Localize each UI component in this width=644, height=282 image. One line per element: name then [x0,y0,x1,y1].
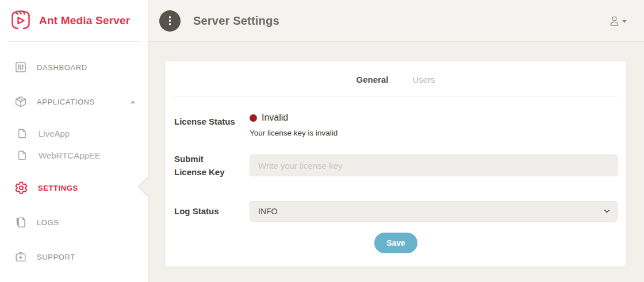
license-key-input[interactable] [250,154,618,176]
sidebar-item-applications[interactable]: APPLICATIONS [0,84,148,119]
status-dot-icon [250,114,257,122]
sidebar-item-webrtcappee[interactable]: WebRTCAppEE [0,144,148,166]
sidebar-item-label: APPLICATIONS [37,98,95,106]
sidebar: Ant Media Server DASHBOARD [0,0,148,282]
sidebar-item-liveapp[interactable]: LiveApp [0,122,148,144]
sidebar-item-label: SUPPORT [37,253,75,261]
gear-icon [14,181,28,195]
sliders-icon [14,61,27,74]
first-aid-kit-icon [14,250,27,263]
file-icon [17,150,28,161]
brand-logo[interactable]: Ant Media Server [0,0,148,41]
license-status-row: License Status Invalid Your license key … [174,113,618,137]
sidebar-item-support[interactable]: SUPPORT [0,239,148,274]
tab-general[interactable]: General [356,75,388,84]
content: General Users License Status Invalid You… [148,42,644,282]
sidebar-nav: DASHBOARD APPLICATIONS [0,42,148,274]
caret-down-icon [622,20,627,23]
file-icon [17,128,28,139]
sidebar-item-logs[interactable]: LOGS [0,205,148,239]
applications-submenu: LiveApp WebRTCAppEE [0,122,148,171]
license-key-row: Submit License Key [174,152,618,179]
log-status-row: Log Status INFO [174,201,618,222]
settings-tabs: General Users [165,61,626,84]
sidebar-item-label: DASHBOARD [37,63,87,72]
tab-users[interactable]: Users [412,75,435,84]
log-status-label: Log Status [174,204,250,218]
user-menu[interactable] [608,14,627,28]
document-pen-icon [14,216,27,229]
license-status-value-group: Invalid Your license key is invalid [250,113,618,137]
license-status-label: License Status [174,113,250,128]
ant-media-play-icon [7,9,34,33]
page-title: Server Settings [193,14,279,28]
caret-up-icon[interactable] [131,101,135,103]
server-settings-card: General Users License Status Invalid You… [164,60,627,267]
sidebar-item-label: SETTINGS [38,184,78,192]
sidebar-item-settings[interactable]: SETTINGS [0,171,148,205]
license-key-label: Submit License Key [174,152,227,179]
user-icon [608,14,621,28]
kebab-menu-icon[interactable] [159,10,181,32]
save-button[interactable]: Save [374,233,417,253]
license-status-line: Invalid [250,113,618,123]
settings-form: License Status Invalid Your license key … [165,96,626,253]
log-status-select[interactable]: INFO [250,201,618,222]
sidebar-item-label: WebRTCAppEE [39,150,101,160]
license-status-message: Your license key is invalid [250,129,618,137]
brand-name: Ant Media Server [39,14,130,27]
main-area: Server Settings General Users License St… [148,0,644,282]
license-status-value: Invalid [262,113,288,123]
package-icon [14,95,27,108]
sidebar-item-label: LOGS [37,218,59,227]
topbar: Server Settings [148,0,644,42]
sidebar-item-dashboard[interactable]: DASHBOARD [0,50,148,84]
sidebar-item-label: LiveApp [39,129,70,138]
log-status-select-wrap: INFO [250,201,618,222]
